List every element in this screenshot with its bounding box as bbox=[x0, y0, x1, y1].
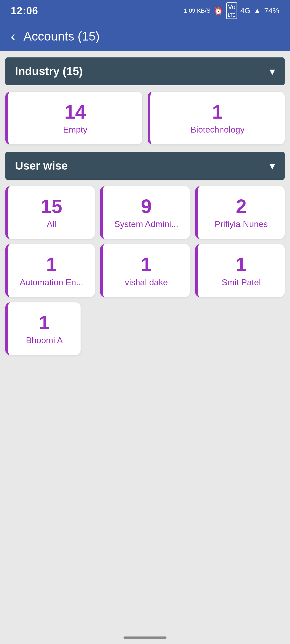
userwise-automation-count: 1 bbox=[46, 254, 57, 275]
industry-chevron-icon: ▾ bbox=[270, 65, 275, 78]
userwise-all-count: 15 bbox=[41, 196, 62, 217]
main-content: Industry (15) ▾ 14 Empty 1 Biotechnology… bbox=[0, 51, 290, 369]
industry-biotech-count: 1 bbox=[212, 101, 223, 123]
userwise-sysadmin-count: 9 bbox=[141, 196, 152, 217]
back-button[interactable]: ‹ bbox=[11, 29, 15, 43]
page-title: Accounts (15) bbox=[23, 29, 100, 43]
home-indicator bbox=[124, 636, 166, 639]
userwise-card-prifiyia[interactable]: 2 Prifiyia Nunes bbox=[195, 186, 285, 239]
industry-card-biotech[interactable]: 1 Biotechnology bbox=[148, 92, 285, 144]
userwise-automation-label: Automation En... bbox=[20, 277, 83, 287]
battery-icon: 74% bbox=[264, 6, 279, 15]
userwise-vishal-count: 1 bbox=[141, 254, 152, 275]
userwise-cards-grid: 15 All 9 System Admini... 2 Prifiyia Nun… bbox=[5, 186, 285, 355]
userwise-card-sysadmin[interactable]: 9 System Admini... bbox=[100, 186, 190, 239]
status-bar: 12:06 1.09 KB/S ⏰ VoLTE 4G ▲ 74% bbox=[0, 0, 290, 21]
speed-indicator: 1.09 KB/S bbox=[184, 7, 211, 14]
industry-empty-label: Empty bbox=[63, 125, 88, 135]
nav-bar: ‹ Accounts (15) bbox=[0, 21, 290, 51]
userwise-bhoomi-label: Bhoomi A bbox=[26, 335, 63, 345]
userwise-smit-count: 1 bbox=[236, 254, 247, 275]
userwise-smit-label: Smit Patel bbox=[222, 277, 261, 287]
userwise-section-title: User wise bbox=[15, 159, 68, 172]
industry-section-title: Industry (15) bbox=[15, 65, 83, 78]
industry-card-empty[interactable]: 14 Empty bbox=[5, 92, 142, 144]
userwise-card-all[interactable]: 15 All bbox=[5, 186, 95, 239]
userwise-bhoomi-count: 1 bbox=[39, 312, 50, 333]
industry-section-header[interactable]: Industry (15) ▾ bbox=[5, 57, 285, 85]
userwise-chevron-icon: ▾ bbox=[270, 160, 275, 172]
userwise-card-bhoomi[interactable]: 1 Bhoomi A bbox=[5, 302, 81, 355]
userwise-card-automation[interactable]: 1 Automation En... bbox=[5, 244, 95, 297]
industry-empty-count: 14 bbox=[64, 101, 86, 123]
4g-icon: 4G bbox=[240, 6, 250, 15]
userwise-card-vishal[interactable]: 1 vishal dake bbox=[100, 244, 190, 297]
alarm-icon: ⏰ bbox=[214, 6, 223, 15]
industry-biotech-label: Biotechnology bbox=[190, 125, 244, 135]
signal-icon: ▲ bbox=[253, 6, 261, 15]
industry-cards-grid: 14 Empty 1 Biotechnology bbox=[5, 92, 285, 144]
userwise-sysadmin-label: System Admini... bbox=[114, 219, 178, 229]
userwise-section-header[interactable]: User wise ▾ bbox=[5, 152, 285, 180]
userwise-card-smit[interactable]: 1 Smit Patel bbox=[195, 244, 285, 297]
status-icons: 1.09 KB/S ⏰ VoLTE 4G ▲ 74% bbox=[184, 2, 279, 19]
userwise-vishal-label: vishal dake bbox=[125, 277, 168, 287]
userwise-prifiyia-count: 2 bbox=[236, 196, 247, 217]
status-time: 12:06 bbox=[11, 5, 38, 17]
userwise-prifiyia-label: Prifiyia Nunes bbox=[215, 219, 268, 229]
volte-icon: VoLTE bbox=[226, 2, 237, 19]
userwise-all-label: All bbox=[47, 219, 56, 229]
